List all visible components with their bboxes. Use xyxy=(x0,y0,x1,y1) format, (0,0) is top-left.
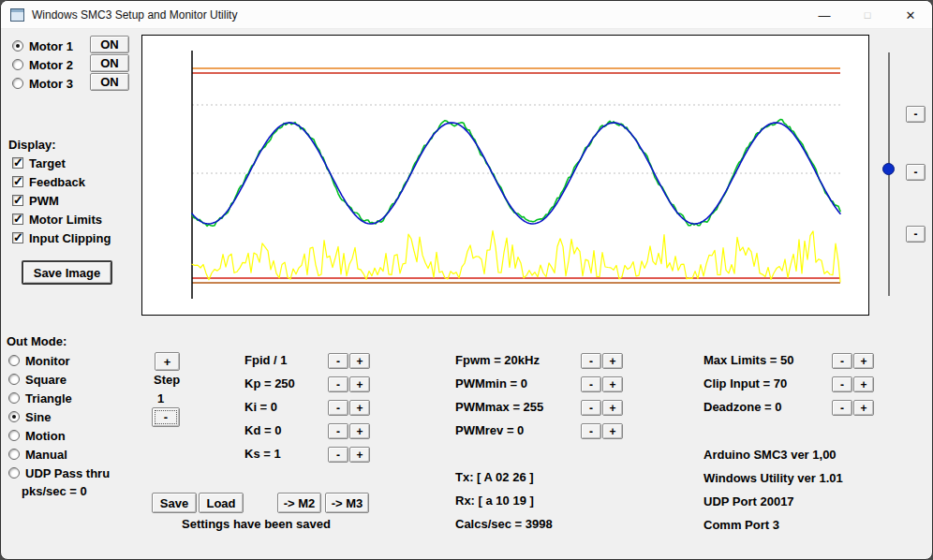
title-bar: Windows SMC3 Setup and Monitor Utility xyxy=(1,1,932,29)
out-mode-udp-pass-thru-label: UDP Pass thru xyxy=(25,466,110,480)
arduino-version-label: Arduino SMC3 ver 1,00 xyxy=(703,448,837,462)
pks-per-sec-label: pks/sec = 0 xyxy=(22,484,87,498)
checkbox-icon xyxy=(12,157,23,169)
save-button[interactable]: Save xyxy=(152,493,197,513)
copy-to-m3-button[interactable]: -> M3 xyxy=(325,493,369,513)
pwmmax-minus-button[interactable]: - xyxy=(581,400,601,416)
out-mode-monitor-radio[interactable]: Monitor xyxy=(8,353,70,368)
display-target-label: Target xyxy=(29,156,66,170)
tx-status: Tx: [ A 02 26 ] xyxy=(455,470,534,484)
out-mode-udp-pass-thru-radio[interactable]: UDP Pass thru xyxy=(8,465,110,480)
ki-minus-button[interactable]: - xyxy=(328,400,348,416)
kd-minus-button[interactable]: - xyxy=(328,423,348,439)
out-mode-triangle-label: Triangle xyxy=(25,391,72,405)
save-image-button[interactable]: Save Image xyxy=(22,260,112,285)
motor-1-on-button[interactable]: ON xyxy=(90,36,129,53)
max-limits-plus-button[interactable]: + xyxy=(853,353,874,369)
pwmrev-label: PWMrev = 0 xyxy=(455,423,524,437)
scale-slider-thumb[interactable] xyxy=(882,163,895,175)
pwmmax-label: PWMmax = 255 xyxy=(455,400,543,414)
display-feedback-checkbox[interactable]: Feedback xyxy=(12,174,85,189)
fpwm-label: Fpwm = 20kHz xyxy=(455,353,540,367)
scale-top-minus-button[interactable]: - xyxy=(906,106,926,123)
out-mode-square-radio[interactable]: Square xyxy=(8,372,67,387)
scope-chart xyxy=(141,35,869,316)
out-mode-manual-radio[interactable]: Manual xyxy=(8,447,67,462)
out-mode-sine-radio[interactable]: Sine xyxy=(8,409,51,424)
udp-port-label: UDP Port 20017 xyxy=(703,494,794,508)
close-icon: ✕ xyxy=(906,8,916,22)
kp-minus-button[interactable]: - xyxy=(328,376,348,392)
max-limits-minus-button[interactable]: - xyxy=(832,353,852,369)
display-heading: Display: xyxy=(8,138,56,152)
ki-label: Ki = 0 xyxy=(244,400,277,414)
fpid-label: Fpid / 1 xyxy=(244,353,288,367)
radio-dot-icon xyxy=(12,78,23,89)
deadzone-plus-button[interactable]: + xyxy=(853,400,874,416)
display-input-clipping-checkbox[interactable]: Input Clipping xyxy=(12,230,111,245)
radio-dot-icon xyxy=(8,467,20,479)
scale-bottom-minus-button[interactable]: - xyxy=(906,226,926,243)
pwmmin-plus-button[interactable]: + xyxy=(602,376,623,392)
pwmrev-minus-button[interactable]: - xyxy=(581,423,601,439)
radio-dot-icon xyxy=(8,355,20,366)
pwmrev-plus-button[interactable]: + xyxy=(602,423,623,439)
clip-input-label: Clip Input = 70 xyxy=(703,376,787,391)
motor-2-radio[interactable]: Motor 2 xyxy=(12,57,73,72)
ks-plus-button[interactable]: + xyxy=(349,447,370,463)
fpid-plus-button[interactable]: + xyxy=(349,353,370,369)
app-window: Windows SMC3 Setup and Monitor Utility —… xyxy=(0,0,933,560)
minimize-icon: — xyxy=(819,8,831,22)
checkbox-icon xyxy=(12,214,23,225)
max-limits-label: Max Limits = 50 xyxy=(703,353,793,367)
maximize-icon: □ xyxy=(865,9,871,21)
rx-status: Rx: [ a 10 19 ] xyxy=(455,494,534,508)
radio-dot-icon xyxy=(8,392,20,404)
motor-1-label: Motor 1 xyxy=(29,39,73,53)
step-minus-button[interactable]: - xyxy=(152,407,180,427)
ki-plus-button[interactable]: + xyxy=(349,400,370,416)
display-motor-limits-checkbox[interactable]: Motor Limits xyxy=(12,212,102,227)
motor-3-radio[interactable]: Motor 3 xyxy=(12,76,73,91)
display-target-checkbox[interactable]: Target xyxy=(12,155,66,170)
motor-2-label: Motor 2 xyxy=(29,58,73,72)
comm-port-label: Comm Port 3 xyxy=(703,518,779,532)
clip-input-plus-button[interactable]: + xyxy=(853,376,874,392)
clip-input-minus-button[interactable]: - xyxy=(832,376,852,392)
fpid-minus-button[interactable]: - xyxy=(328,353,348,369)
radio-dot-icon xyxy=(8,449,20,460)
window-title: Windows SMC3 Setup and Monitor Utility xyxy=(32,8,237,22)
display-pwm-checkbox[interactable]: PWM xyxy=(12,193,59,208)
ks-minus-button[interactable]: - xyxy=(328,447,348,463)
radio-dot-icon xyxy=(12,59,23,70)
out-mode-sine-label: Sine xyxy=(25,410,51,424)
kd-plus-button[interactable]: + xyxy=(349,423,370,439)
display-input-clipping-label: Input Clipping xyxy=(29,231,111,245)
motor-1-radio[interactable]: Motor 1 xyxy=(12,38,73,53)
deadzone-minus-button[interactable]: - xyxy=(832,400,852,416)
pwmmax-plus-button[interactable]: + xyxy=(602,400,623,416)
settings-saved-status: Settings have been saved xyxy=(182,517,331,531)
close-button[interactable]: ✕ xyxy=(889,1,932,29)
step-plus-button[interactable]: + xyxy=(155,352,180,371)
motor-3-on-button[interactable]: ON xyxy=(90,73,129,91)
app-icon xyxy=(10,8,24,22)
radio-dot-icon xyxy=(8,374,20,385)
scale-middle-minus-button[interactable]: - xyxy=(906,164,926,181)
fpwm-minus-button[interactable]: - xyxy=(581,353,601,369)
motor-2-on-button[interactable]: ON xyxy=(90,54,129,72)
out-mode-triangle-radio[interactable]: Triangle xyxy=(8,391,72,405)
out-mode-heading: Out Mode: xyxy=(7,334,67,348)
checkbox-icon xyxy=(12,195,23,206)
radio-dot-icon xyxy=(8,411,20,422)
step-label: Step xyxy=(154,373,180,387)
load-button[interactable]: Load xyxy=(199,493,244,513)
pwmmin-minus-button[interactable]: - xyxy=(581,376,601,392)
fpwm-plus-button[interactable]: + xyxy=(602,353,623,369)
out-mode-motion-radio[interactable]: Motion xyxy=(8,428,66,443)
minimize-button[interactable]: — xyxy=(803,1,846,29)
scope-plot xyxy=(142,36,868,315)
kp-plus-button[interactable]: + xyxy=(349,376,370,392)
maximize-button[interactable]: □ xyxy=(846,1,889,29)
copy-to-m2-button[interactable]: -> M2 xyxy=(277,493,321,513)
